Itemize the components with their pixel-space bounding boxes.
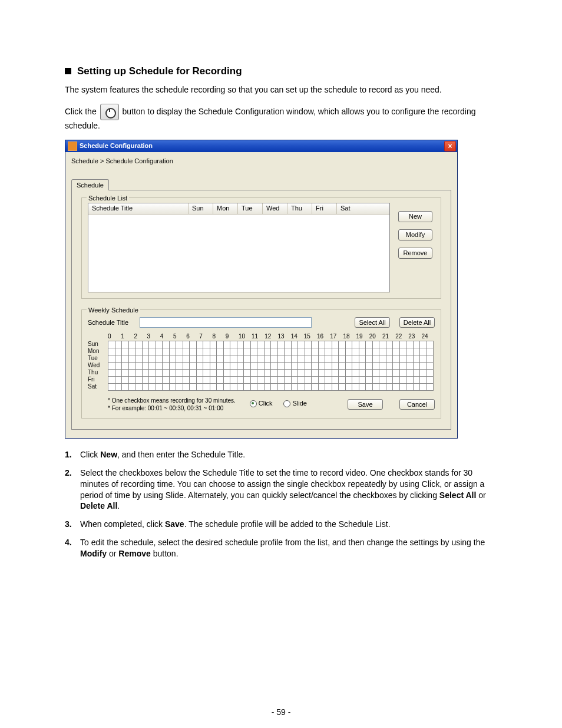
grid-cell[interactable]	[352, 369, 359, 376]
grid-cell[interactable]	[230, 376, 237, 383]
grid-cell[interactable]	[285, 355, 292, 362]
grid-cell[interactable]	[413, 383, 420, 390]
grid-cell[interactable]	[298, 355, 305, 362]
grid-cell[interactable]	[176, 369, 183, 376]
grid-cell[interactable]	[128, 341, 135, 348]
grid-cell[interactable]	[413, 376, 420, 383]
grid-cell[interactable]	[339, 369, 346, 376]
grid-cell[interactable]	[372, 369, 379, 376]
grid-cell[interactable]	[359, 348, 366, 355]
grid-cell[interactable]	[393, 341, 400, 348]
grid-cell[interactable]	[305, 376, 312, 383]
grid-cell[interactable]	[318, 355, 325, 362]
grid-cell[interactable]	[332, 348, 339, 355]
grid-cell[interactable]	[149, 341, 156, 348]
grid-cell[interactable]	[406, 362, 414, 369]
grid-cell[interactable]	[291, 383, 298, 390]
grid-cell[interactable]	[156, 362, 163, 369]
grid-cell[interactable]	[223, 355, 230, 362]
grid-cell[interactable]	[372, 348, 379, 355]
grid-cell[interactable]	[345, 383, 352, 390]
grid-cell[interactable]	[190, 369, 197, 376]
grid-cell[interactable]	[366, 348, 373, 355]
grid-cell[interactable]	[339, 355, 346, 362]
grid-cell[interactable]	[291, 362, 298, 369]
grid-cell[interactable]	[366, 369, 373, 376]
grid-cell[interactable]	[183, 369, 190, 376]
grid-cell[interactable]	[122, 369, 129, 376]
grid-cell[interactable]	[393, 369, 400, 376]
grid-cell[interactable]	[135, 355, 143, 362]
grid-cell[interactable]	[156, 376, 163, 383]
grid-cell[interactable]	[420, 362, 427, 369]
grid-cell[interactable]	[230, 369, 237, 376]
grid-cell[interactable]	[163, 383, 170, 390]
grid-cell[interactable]	[169, 369, 176, 376]
grid-cell[interactable]	[142, 341, 149, 348]
grid-cell[interactable]	[257, 362, 265, 369]
grid-cell[interactable]	[386, 341, 393, 348]
grid-cell[interactable]	[257, 369, 265, 376]
grid-cell[interactable]	[190, 362, 197, 369]
delete-all-button[interactable]: Delete All	[399, 317, 435, 328]
grid-cell[interactable]	[339, 383, 346, 390]
grid-cell[interactable]	[156, 383, 163, 390]
grid-cell[interactable]	[305, 362, 312, 369]
grid-cell[interactable]	[325, 383, 332, 390]
grid-cell[interactable]	[264, 362, 271, 369]
grid-cell[interactable]	[379, 348, 386, 355]
grid-cell[interactable]	[285, 341, 292, 348]
grid-cell[interactable]	[345, 341, 352, 348]
grid-cell[interactable]	[427, 362, 434, 369]
grid-cell[interactable]	[250, 369, 257, 376]
grid-cell[interactable]	[318, 362, 325, 369]
grid-cell[interactable]	[115, 348, 122, 355]
grid-cell[interactable]	[386, 376, 393, 383]
grid-cell[interactable]	[257, 383, 265, 390]
grid-cell[interactable]	[163, 376, 170, 383]
grid-cell[interactable]	[406, 376, 414, 383]
grid-cell[interactable]	[210, 348, 217, 355]
grid-cell[interactable]	[285, 369, 292, 376]
grid-cell[interactable]	[393, 376, 400, 383]
grid-cell[interactable]	[366, 341, 373, 348]
grid-cell[interactable]	[128, 355, 135, 362]
grid-cell[interactable]	[196, 362, 203, 369]
grid-cell[interactable]	[244, 383, 251, 390]
grid-cell[interactable]	[359, 383, 366, 390]
grid-cell[interactable]	[230, 362, 237, 369]
grid-cell[interactable]	[277, 348, 285, 355]
grid-cell[interactable]	[271, 362, 278, 369]
grid-cell[interactable]	[406, 369, 414, 376]
grid-cell[interactable]	[250, 362, 257, 369]
grid-cell[interactable]	[217, 369, 224, 376]
grid-cell[interactable]	[230, 383, 237, 390]
grid-cell[interactable]	[291, 341, 298, 348]
grid-cell[interactable]	[413, 369, 420, 376]
grid-cell[interactable]	[298, 348, 305, 355]
grid-cell[interactable]	[237, 376, 244, 383]
grid-cell[interactable]	[217, 376, 224, 383]
grid-cell[interactable]	[183, 355, 190, 362]
grid-cell[interactable]	[298, 362, 305, 369]
schedule-title-input[interactable]	[140, 317, 312, 328]
grid-cell[interactable]	[413, 348, 420, 355]
grid-cell[interactable]	[203, 348, 210, 355]
grid-cell[interactable]	[352, 355, 359, 362]
grid-cell[interactable]	[285, 362, 292, 369]
grid-cell[interactable]	[366, 376, 373, 383]
grid-cell[interactable]	[406, 348, 414, 355]
grid-cell[interactable]	[156, 341, 163, 348]
grid-cell[interactable]	[223, 383, 230, 390]
grid-cell[interactable]	[413, 362, 420, 369]
grid-cell[interactable]	[135, 362, 143, 369]
grid-cell[interactable]	[372, 362, 379, 369]
grid-cell[interactable]	[413, 341, 420, 348]
grid-cell[interactable]	[115, 341, 122, 348]
grid-cell[interactable]	[122, 376, 129, 383]
grid-cell[interactable]	[223, 341, 230, 348]
grid-cell[interactable]	[210, 355, 217, 362]
grid-cell[interactable]	[427, 348, 434, 355]
grid-cell[interactable]	[257, 355, 265, 362]
grid-cell[interactable]	[386, 348, 393, 355]
